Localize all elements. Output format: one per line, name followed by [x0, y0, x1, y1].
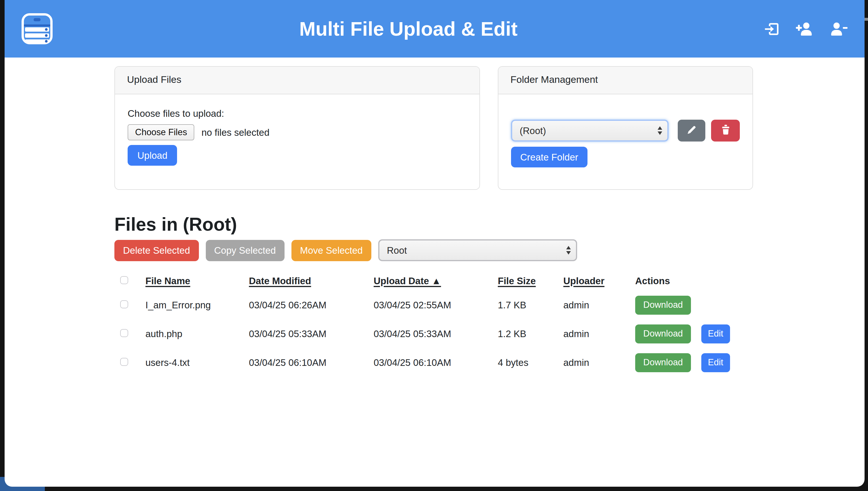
upload-files-card: Upload Files Choose files to upload: Cho… — [114, 66, 480, 190]
copy-selected-button[interactable]: Copy Selected — [206, 240, 284, 261]
table-row: users-4.txt 03/04/25 06:10AM 03/04/25 06… — [114, 348, 742, 377]
page-title: Multi File Upload & Edit — [54, 18, 764, 40]
upload-date-cell: 03/04/25 05:33AM — [374, 319, 498, 348]
table-header-row: File Name Date Modified Upload Date ▲ Fi… — [114, 271, 742, 290]
uploader-cell: admin — [563, 290, 635, 319]
actions-cell: Download Edit — [635, 348, 742, 377]
column-header-uploader[interactable]: Uploader — [563, 271, 635, 290]
column-header-actions: Actions — [635, 271, 742, 290]
uploader-cell: admin — [563, 348, 635, 377]
folder-management-card: Folder Management (Root) — [498, 66, 753, 190]
files-table-body: I_am_Error.png 03/04/25 06:26AM 03/04/25… — [114, 290, 742, 377]
upload-date-cell: 03/04/25 02:55AM — [374, 290, 498, 319]
rename-folder-button[interactable] — [677, 120, 705, 142]
upload-button[interactable]: Upload — [128, 145, 177, 166]
create-folder-button[interactable]: Create Folder — [511, 147, 587, 167]
edit-button[interactable]: Edit — [701, 324, 730, 343]
choose-files-button[interactable]: Choose Files — [128, 124, 194, 140]
file-size-cell: 1.7 KB — [498, 290, 563, 319]
edit-button[interactable]: Edit — [701, 353, 730, 372]
column-header-upload-date[interactable]: Upload Date ▲ — [374, 271, 498, 290]
app-header: Multi File Upload & Edit — [5, 0, 865, 58]
folder-select-value: (Root) — [520, 125, 546, 136]
server-stack-icon — [21, 13, 54, 45]
actions-cell: Download Edit — [635, 319, 742, 348]
download-button[interactable]: Download — [635, 295, 691, 314]
download-button[interactable]: Download — [635, 353, 691, 372]
select-spinner-icon — [657, 126, 662, 135]
file-name-cell: users-4.txt — [146, 348, 249, 377]
select-spinner-icon — [566, 246, 571, 255]
window-edge-notch — [865, 18, 868, 21]
move-target-select[interactable]: Root — [378, 239, 577, 261]
actions-cell: Download — [635, 290, 742, 319]
move-selected-button[interactable]: Move Selected — [291, 240, 371, 261]
person-add-icon[interactable] — [795, 21, 814, 37]
page-content: Upload Files Choose files to upload: Cho… — [5, 58, 865, 377]
file-input-status: no files selected — [202, 127, 270, 138]
top-cards-row: Upload Files Choose files to upload: Cho… — [114, 66, 865, 190]
column-header-date-modified[interactable]: Date Modified — [249, 271, 374, 290]
date-modified-cell: 03/04/25 06:10AM — [249, 348, 374, 377]
date-modified-cell: 03/04/25 05:33AM — [249, 319, 374, 348]
column-header-file-name[interactable]: File Name — [146, 271, 249, 290]
header-actions — [764, 21, 848, 37]
folder-card-title: Folder Management — [498, 67, 752, 94]
login-icon[interactable] — [764, 21, 780, 37]
uploader-cell: admin — [563, 319, 635, 348]
file-name-cell: I_am_Error.png — [146, 290, 249, 319]
download-button[interactable]: Download — [635, 324, 691, 343]
file-name-cell: auth.php — [146, 319, 249, 348]
choose-files-label: Choose files to upload: — [128, 108, 467, 119]
folder-select[interactable]: (Root) — [511, 120, 668, 142]
row-checkbox[interactable] — [120, 357, 128, 366]
delete-selected-button[interactable]: Delete Selected — [114, 240, 198, 261]
move-target-value: Root — [387, 245, 407, 256]
files-table: File Name Date Modified Upload Date ▲ Fi… — [114, 271, 742, 377]
file-size-cell: 1.2 KB — [498, 319, 563, 348]
trash-icon — [719, 124, 732, 138]
column-header-file-size[interactable]: File Size — [498, 271, 563, 290]
upload-date-cell: 03/04/25 06:10AM — [374, 348, 498, 377]
files-toolbar: Delete Selected Copy Selected Move Selec… — [114, 239, 865, 261]
upload-card-title: Upload Files — [115, 67, 479, 94]
select-all-checkbox[interactable] — [120, 276, 128, 284]
person-remove-icon[interactable] — [829, 21, 848, 37]
file-input: Choose Files no files selected — [128, 124, 467, 140]
files-heading: Files in (Root) — [114, 214, 865, 235]
date-modified-cell: 03/04/25 06:26AM — [249, 290, 374, 319]
table-row: I_am_Error.png 03/04/25 06:26AM 03/04/25… — [114, 290, 742, 319]
delete-folder-button[interactable] — [711, 120, 740, 142]
screen: Multi File Upload & Edit — [0, 0, 868, 491]
pencil-icon — [685, 123, 698, 138]
row-checkbox[interactable] — [120, 300, 128, 308]
row-checkbox[interactable] — [120, 329, 128, 337]
browser-window: Multi File Upload & Edit — [5, 0, 865, 487]
file-size-cell: 4 bytes — [498, 348, 563, 377]
table-row: auth.php 03/04/25 05:33AM 03/04/25 05:33… — [114, 319, 742, 348]
